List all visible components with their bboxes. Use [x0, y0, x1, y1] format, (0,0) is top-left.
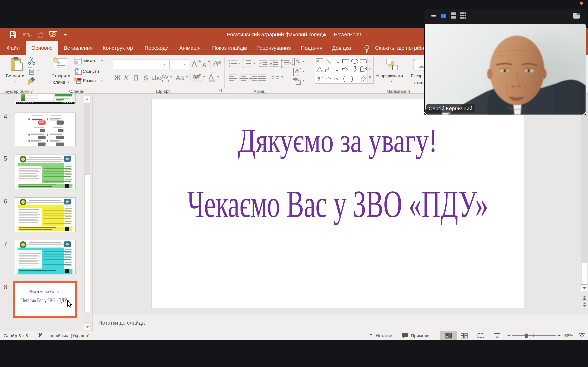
svg-text:A: A — [296, 58, 299, 63]
svg-text:A: A — [317, 59, 319, 62]
svg-text:3: 3 — [243, 65, 244, 68]
svg-text:1: 1 — [243, 59, 244, 62]
svg-text:2: 2 — [243, 62, 244, 65]
